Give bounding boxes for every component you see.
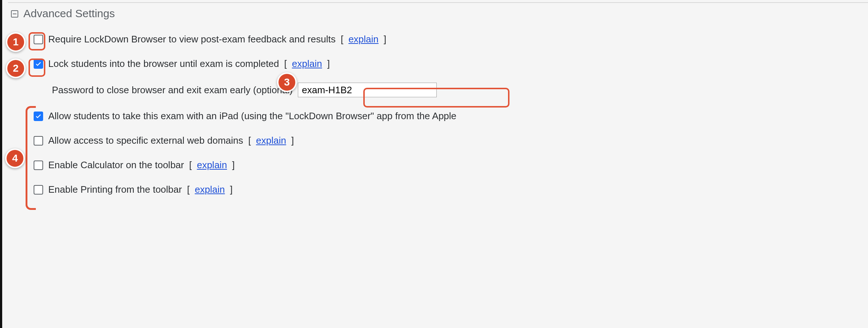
annotation-badge-2: 2 (6, 59, 26, 78)
bracket-close: ] (327, 58, 330, 69)
row-ipad: Allow students to take this exam with an… (8, 110, 868, 122)
checkbox-lock-students[interactable] (34, 59, 43, 69)
bracket-close: ] (291, 135, 294, 146)
input-exit-password[interactable] (298, 83, 437, 97)
bracket-open: [ (284, 58, 287, 69)
label-exit-password: Password to close browser and exit exam … (52, 84, 293, 96)
label-lock-students: Lock students into the browser until exa… (48, 58, 279, 69)
explain-link-r6[interactable]: explain (195, 184, 225, 195)
row-external-domains: Allow access to specific external web do… (8, 135, 868, 146)
bracket-open: [ (248, 135, 251, 146)
explain-link-r1[interactable]: explain (348, 34, 378, 45)
explain-link-r2[interactable]: explain (292, 58, 322, 69)
bracket-open: [ (341, 34, 343, 45)
explain-link-r4[interactable]: explain (256, 135, 286, 146)
annotation-badge-4: 4 (5, 148, 25, 168)
annotation-badge-3: 3 (277, 72, 297, 92)
bracket-close: ] (230, 184, 232, 195)
row-require-ldb-feedback: Require LockDown Browser to view post-ex… (8, 34, 868, 45)
left-stripe (0, 0, 2, 328)
section-header[interactable]: Advanced Settings (8, 7, 868, 20)
label-ipad: Allow students to take this exam with an… (48, 110, 456, 122)
checkbox-require-ldb-feedback[interactable] (34, 35, 43, 44)
bracket-open: [ (189, 159, 192, 171)
bracket-close: ] (384, 34, 386, 45)
collapse-icon[interactable] (11, 10, 18, 18)
row-exit-password: Password to close browser and exit exam … (8, 83, 868, 97)
checkbox-calculator[interactable] (34, 161, 43, 170)
bracket-open: [ (187, 184, 190, 195)
checkbox-ipad[interactable] (34, 112, 43, 121)
annotation-badge-1: 1 (6, 32, 26, 52)
row-printing: Enable Printing from the toolbar [explai… (8, 184, 868, 195)
bracket-close: ] (232, 159, 235, 171)
checkbox-printing[interactable] (34, 185, 43, 195)
label-require-ldb-feedback: Require LockDown Browser to view post-ex… (48, 34, 336, 45)
explain-link-r5[interactable]: explain (197, 159, 227, 171)
row-lock-students: Lock students into the browser until exa… (8, 58, 868, 69)
section-title: Advanced Settings (23, 7, 115, 20)
row-calculator: Enable Calculator on the toolbar [explai… (8, 159, 868, 171)
label-calculator: Enable Calculator on the toolbar (48, 159, 184, 171)
checkbox-external-domains[interactable] (34, 136, 43, 146)
label-printing: Enable Printing from the toolbar (48, 184, 182, 195)
advanced-settings-panel: Advanced Settings Require LockDown Brows… (8, 7, 868, 208)
label-external-domains: Allow access to specific external web do… (48, 135, 243, 146)
top-divider (8, 2, 868, 3)
